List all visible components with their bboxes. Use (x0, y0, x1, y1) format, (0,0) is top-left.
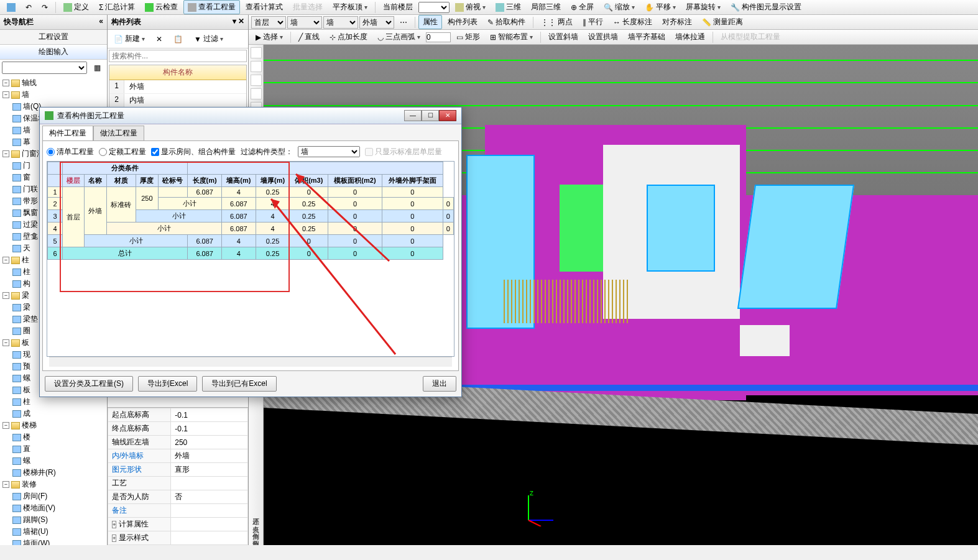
dialog-icon (45, 111, 53, 120)
redo-icon[interactable]: ↷ (37, 1, 52, 14)
tree-item[interactable]: 楼 (1, 431, 106, 443)
dialog-titlebar[interactable]: 查看构件图元工程量 — ☐ ✕ (40, 108, 461, 124)
tree-folder-stair[interactable]: 楼梯 (22, 420, 37, 431)
export-existing-button[interactable]: 导出到已有Excel (202, 376, 276, 392)
addlen-button[interactable]: ⊹点加长度 (325, 30, 372, 44)
tree-item[interactable]: 楼地面(V) (1, 502, 106, 514)
close-button[interactable]: ✕ (439, 110, 456, 121)
export-excel-button[interactable]: 导出到Excel (138, 376, 197, 392)
batch-select-button[interactable]: 批量选择 (288, 0, 327, 14)
chk-single[interactable]: 只显示标准层单层量 (365, 147, 442, 157)
twopoint-button[interactable]: ⋮⋮两点 (537, 15, 577, 29)
tree-item[interactable]: 墙面(W) (1, 538, 106, 545)
expand-icon[interactable]: − (2, 80, 9, 86)
zoom-button[interactable]: 🔍 缩放▾ (599, 0, 639, 14)
tree-item[interactable]: 楼梯井(R) (1, 467, 106, 479)
table-row[interactable]: 4小计6.08740.25000 (48, 223, 454, 235)
cloud-check-button[interactable]: 云检查 (141, 0, 182, 14)
svg-text:z: z (530, 489, 533, 497)
view-formula-button[interactable]: 查看计算式 (241, 0, 287, 14)
radio-bill[interactable]: 清单工程量 (47, 147, 94, 157)
3d-button[interactable]: 三维 (491, 0, 525, 14)
align-dim-button[interactable]: 对齐标注 (658, 15, 696, 29)
property-grid[interactable]: 起点底标高-0.1终点底标高-0.1轴线距左墙250内/外墙标外墙图元形状直形工… (108, 407, 248, 545)
nav-filter-select[interactable] (2, 62, 87, 74)
delete-icon[interactable]: ✕ (152, 33, 167, 45)
set-classify-button[interactable]: 设置分类及工程量(S) (45, 376, 133, 392)
component-row[interactable]: 1外墙 (109, 80, 246, 94)
table-row[interactable]: 5小计6.08740.25000 (48, 235, 454, 247)
pick-button[interactable]: ✎拾取构件 (483, 15, 530, 29)
tree-folder-col[interactable]: 柱 (22, 255, 29, 265)
radio-quota[interactable]: 定额工程量 (99, 147, 146, 157)
filter-button[interactable]: ▼过滤▾ (190, 32, 228, 46)
tree-item[interactable]: 踢脚(S) (1, 514, 106, 526)
tree-folder-deco[interactable]: 装修 (22, 479, 37, 490)
arc-value-input[interactable] (426, 32, 451, 42)
save-icon[interactable] (2, 1, 20, 14)
rect-button[interactable]: ▭矩形 (452, 30, 484, 44)
local-3d-button[interactable]: 局部三维 (527, 0, 565, 14)
svg-line-2 (528, 520, 541, 526)
define-button[interactable]: 定义 (59, 0, 93, 14)
clist-button[interactable]: 构件列表 (443, 15, 482, 29)
cat1-select[interactable]: 墙 (287, 16, 322, 29)
table-row[interactable]: 6总计6.08740.25000 (48, 247, 454, 260)
filter-type-select[interactable]: 墙 (298, 146, 360, 157)
thru-button[interactable]: 墙体拉通 (671, 30, 709, 44)
minimize-button[interactable]: — (404, 110, 422, 121)
top-view-button[interactable]: 俯视▾ (451, 0, 490, 14)
tree-folder-axis[interactable]: 轴线 (22, 78, 37, 88)
tree-folder-slab[interactable]: 板 (22, 337, 29, 348)
tree-folder-beam[interactable]: 梁 (22, 290, 29, 301)
maximize-button[interactable]: ☐ (422, 110, 439, 121)
parallel-button[interactable]: ∥平行 (578, 15, 607, 29)
tree-item[interactable]: 螺 (1, 455, 106, 467)
arc-button[interactable]: ◡三点画弧▾ (373, 30, 425, 44)
cat3-select[interactable]: 外墙 (359, 16, 394, 29)
quantity-table[interactable]: 分类条件 楼层名称材质厚度砼标号 长度(m)墙高(m)墙厚(m)体积(m3)模板… (47, 161, 454, 357)
cat2-select[interactable]: 墙 (323, 16, 358, 29)
sum-button[interactable]: Σ 汇总计算 (95, 0, 139, 14)
table-row[interactable]: 1首层外墙标准砖2506.08740.25000 (48, 187, 454, 198)
view-quantity-button[interactable]: 查看工程量 (183, 0, 240, 14)
tree-item[interactable]: 柱 (1, 396, 106, 408)
length-button[interactable]: ↔长度标注 (609, 15, 657, 29)
tree-item[interactable]: 成 (1, 408, 106, 420)
drawing-input-tab[interactable]: 绘图输入 (0, 45, 107, 60)
smart-button[interactable]: ⊞智能布置▾ (486, 30, 537, 44)
pan-button[interactable]: ✋ 平移▾ (640, 0, 680, 14)
slope-button[interactable]: 设置斜墙 (544, 30, 583, 44)
copy-icon[interactable]: 📋 (169, 33, 187, 45)
undo-icon[interactable]: ↶ (21, 1, 36, 14)
tab-component-qty[interactable]: 构件工程量 (42, 126, 93, 140)
new-component-button[interactable]: 📄新建▾ (109, 32, 149, 46)
measure-button[interactable]: 📏测量距离 (698, 15, 747, 29)
fullscreen-button[interactable]: ⊕ 全屏 (566, 0, 598, 14)
nav-tool-icon[interactable]: ▦ (90, 62, 105, 74)
exit-button[interactable]: 退出 (423, 376, 456, 392)
base-button[interactable]: 墙平齐基础 (624, 30, 670, 44)
screen-rotate-button[interactable]: 屏幕旋转▾ (681, 0, 725, 14)
horizontal-scrollbar[interactable] (49, 357, 452, 367)
more-icon[interactable]: ⋯ (395, 16, 412, 29)
select-button[interactable]: ▶选择▾ (251, 30, 287, 44)
component-row[interactable]: 2内墙 (109, 94, 246, 108)
tab-method-qty[interactable]: 做法工程量 (93, 126, 144, 140)
chevron-icon[interactable]: « (99, 17, 103, 27)
tree-item[interactable]: 房间(F) (1, 490, 106, 502)
display-settings-button[interactable]: 🔧 构件图元显示设置 (726, 0, 806, 14)
project-settings-tab[interactable]: 工程设置 (0, 30, 107, 45)
line-button[interactable]: ╱直线 (294, 30, 324, 44)
align-slab-button[interactable]: 平齐板顶▾ (328, 0, 372, 14)
tree-item[interactable]: 墙裙(U) (1, 526, 106, 538)
floor-select-2[interactable]: 首层 (251, 16, 286, 29)
tree-item[interactable]: 直 (1, 443, 106, 455)
floor-select[interactable] (418, 2, 450, 13)
extract-button[interactable]: 从模型提取工程量 (716, 30, 785, 44)
arch-button[interactable]: 设置拱墙 (584, 30, 622, 44)
search-input[interactable] (109, 50, 247, 62)
attr-button[interactable]: 属性 (418, 15, 442, 29)
tree-folder-wall[interactable]: 墙 (22, 90, 29, 100)
chk-room[interactable]: 显示房间、组合构件量 (151, 147, 236, 157)
